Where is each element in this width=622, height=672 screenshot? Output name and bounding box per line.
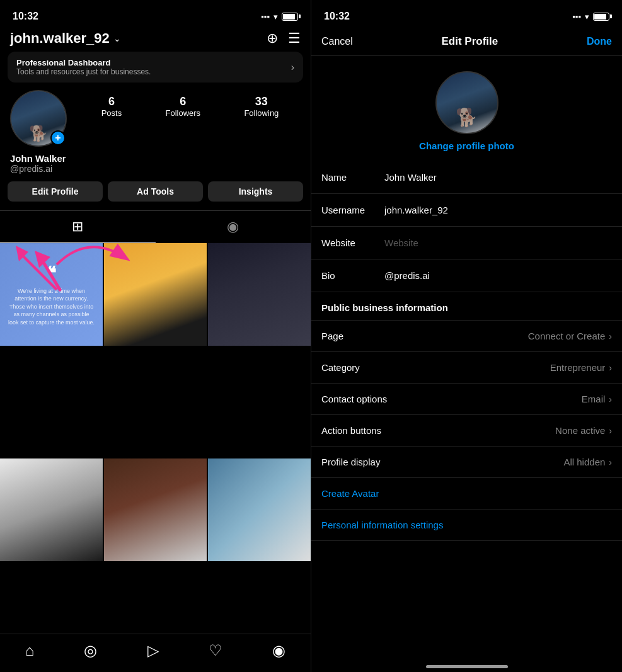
action-buttons-option-row[interactable]: Action buttons None active › [311,415,622,447]
name-value: John Walker [384,172,612,183]
add-post-icon[interactable]: ⊕ [267,30,278,47]
photo-grid: ❝ We're living at a time when attention … [0,243,311,672]
page-label: Page [321,331,343,341]
done-button[interactable]: Done [587,36,612,47]
action-buttons-row: Edit Profile Ad Tools Insights [0,181,311,210]
cancel-button[interactable]: Cancel [321,36,353,47]
profile-tabs: ⊞ ◉ [0,210,311,243]
category-value: Entrepreneur [550,362,606,373]
grid-cell-2[interactable] [104,243,207,346]
profile-display-option-right: All hidden › [563,457,612,467]
profile-display-value: All hidden [563,457,605,467]
edit-profile-title: Edit Profile [442,35,498,48]
username-field-row[interactable]: Username john.walker_92 [311,194,622,227]
nav-search[interactable]: ◎ [84,642,97,659]
category-option-right: Entrepreneur › [550,362,612,373]
contact-option-row[interactable]: Contact options Email › [311,384,622,415]
status-bar-right: 10:32 ▪▪▪ ▾ [311,0,622,28]
home-bar [426,665,508,668]
wifi-icon: ▾ [274,12,278,21]
category-option-row[interactable]: Category Entrepreneur › [311,352,622,384]
avatar-add-button[interactable]: + [50,130,66,145]
pro-dashboard-text: Professional Dashboard Tools and resourc… [16,58,151,76]
personal-info-link[interactable]: Personal information settings [311,510,622,541]
tab-tagged[interactable]: ◉ [156,211,311,243]
username-value: john.walker_92 [384,205,612,215]
quote-overlay: ❝ We're living at a time when attention … [0,243,103,346]
grid-cell-1[interactable]: ❝ We're living at a time when attention … [0,243,103,346]
grid-cell-4[interactable] [0,458,103,561]
grid-cell-5[interactable] [104,458,207,561]
signal-icon-right: ▪▪▪ [572,12,581,21]
public-business-section: Public business information [311,292,622,321]
name-field-row[interactable]: Name John Walker [311,161,622,194]
avatar-wrapper[interactable]: + [10,90,67,147]
name-label: Name [321,172,384,183]
grid-icon: ⊞ [72,219,83,235]
bio-field-row[interactable]: Bio @predis.ai [311,259,622,292]
tag-icon: ◉ [227,219,239,235]
quote-mark: ❝ [47,263,56,283]
wifi-icon-right: ▾ [585,12,589,21]
page-value: Connect or Create [528,331,606,341]
posts-label: Posts [101,108,122,118]
contact-chevron-icon: › [609,394,612,404]
pro-dashboard-title: Professional Dashboard [16,58,151,67]
profile-header: john.walker_92 ⌄ ⊕ ☰ [0,28,311,52]
chevron-down-icon[interactable]: ⌄ [113,33,121,43]
ad-tools-button[interactable]: Ad Tools [108,181,203,202]
contact-value: Email [582,394,606,404]
status-icons-right: ▪▪▪ ▾ [572,12,609,21]
status-bar-left: 10:32 ▪▪▪ ▾ [0,0,311,28]
nav-profile[interactable]: ◉ [272,642,285,659]
edit-profile-button[interactable]: Edit Profile [8,181,103,202]
page-chevron-icon: › [609,331,612,341]
home-indicator-right [311,660,622,672]
edit-photo-section: Change profile photo [311,56,622,161]
time-right: 10:32 [324,11,350,22]
menu-icon[interactable]: ☰ [288,30,301,47]
insights-button[interactable]: Insights [208,181,303,202]
website-value: Website [384,237,612,248]
bio-label: Bio [321,270,384,281]
pro-dashboard-banner[interactable]: Professional Dashboard Tools and resourc… [8,52,303,83]
username-label: Username [321,205,384,215]
followers-stat[interactable]: 6 Followers [165,95,200,118]
username-display: john.walker_92 [10,30,110,47]
grid-cell-6[interactable] [208,458,311,561]
battery-icon-right [593,13,609,21]
nav-reels[interactable]: ▷ [147,642,159,659]
profile-display-chevron-icon: › [609,457,612,467]
page-option-right: Connect or Create › [528,331,612,341]
grid-cell-3[interactable] [208,243,311,346]
category-label: Category [321,362,360,373]
create-avatar-link[interactable]: Create Avatar [311,478,622,510]
profile-name-section: John Walker @predis.ai [0,153,311,181]
followers-count: 6 [180,95,186,108]
battery-icon [282,13,298,21]
nav-likes[interactable]: ♡ [209,642,222,659]
time-left: 10:32 [13,11,38,22]
bio-value: @predis.ai [384,270,612,281]
website-field-row[interactable]: Website Website [311,227,622,259]
status-icons-left: ▪▪▪ ▾ [261,12,298,21]
right-panel: 10:32 ▪▪▪ ▾ Cancel Edit Profile Done Cha… [311,0,622,672]
profile-display-label: Profile display [321,457,380,467]
header-icons: ⊕ ☰ [267,30,301,47]
posts-stat[interactable]: 6 Posts [101,95,122,118]
change-photo-button[interactable]: Change profile photo [419,140,514,151]
page-option-row[interactable]: Page Connect or Create › [311,321,622,352]
following-stat[interactable]: 33 Following [244,95,279,118]
username-row[interactable]: john.walker_92 ⌄ [10,30,121,47]
signal-icon: ▪▪▪ [261,12,270,21]
edit-avatar[interactable] [435,71,498,134]
website-label: Website [321,237,384,248]
category-chevron-icon: › [609,363,612,373]
profile-display-option-row[interactable]: Profile display All hidden › [311,447,622,478]
stats-row: 6 Posts 6 Followers 33 Following [79,90,301,118]
tab-grid[interactable]: ⊞ [0,211,156,243]
contact-option-right: Email › [582,394,612,404]
pro-dashboard-chevron-icon: › [291,62,294,73]
action-buttons-value: None active [555,425,605,436]
nav-home[interactable]: ⌂ [25,642,35,659]
